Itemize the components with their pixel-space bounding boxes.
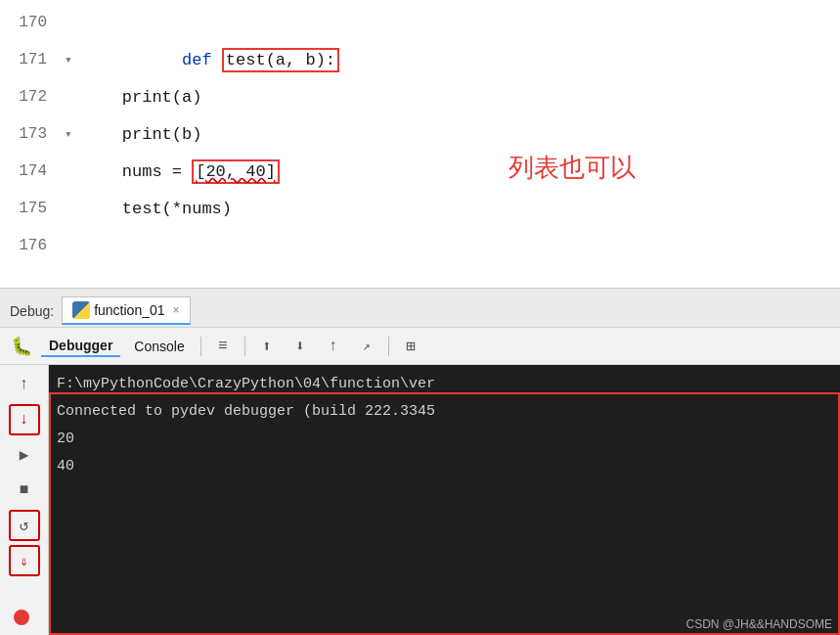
tab-name: function_01 xyxy=(94,302,164,318)
debug-tab-function01[interactable]: function_01 × xyxy=(62,296,190,325)
code-line-171: 171 ▾ def test(a, b): xyxy=(0,41,840,78)
tab-debugger[interactable]: Debugger xyxy=(41,336,120,357)
line-number: 175 xyxy=(0,200,59,217)
code-line-176: 176 xyxy=(0,227,840,264)
code-line-172: 172 print(a) xyxy=(0,78,840,115)
separator xyxy=(244,337,245,356)
hamburger-icon[interactable]: ≡ xyxy=(209,333,237,360)
debug-toolbar: 🐛 Debugger Console ≡ ⬆ ⬇ ↑ ↗ ⊞ xyxy=(0,328,840,365)
console-output: F:\myPythonCode\CrazyPython\04\function\… xyxy=(49,365,840,635)
step-out-icon[interactable]: ↑ xyxy=(320,333,347,360)
line-number: 170 xyxy=(0,14,59,31)
resume-icon[interactable]: ↑ xyxy=(9,369,40,400)
console-line-value-40: 40 xyxy=(57,453,832,480)
tab-console[interactable]: Console xyxy=(126,337,192,356)
debug-sidebar: ↑ ↓ ▶ ■ ↺ ⇓ xyxy=(0,365,49,635)
separator xyxy=(388,337,389,356)
python-icon xyxy=(72,301,90,319)
debug-body: ↑ ↓ ▶ ■ ↺ ⇓ F:\myPythonCode\CrazyPython\… xyxy=(0,365,840,635)
bug-icon[interactable]: 🐛 xyxy=(8,333,35,360)
console-line-value-20: 20 xyxy=(57,426,832,453)
force-step-icon[interactable]: ⇓ xyxy=(9,545,40,576)
console-line-connected: Connected to pydev debugger (build 222.3… xyxy=(57,398,832,426)
debug-label: Debug: xyxy=(10,303,54,319)
attribution: CSDN @JH&&HANDSOME xyxy=(685,617,832,631)
run-to-cursor-icon[interactable]: ↗ xyxy=(353,333,380,360)
code-editor: 170 171 ▾ def test(a, b): 172 print(a) xyxy=(0,0,840,289)
red-dot-indicator xyxy=(14,610,29,625)
debug-panel: Debug: function_01 × 🐛 Debugger Console … xyxy=(0,289,840,635)
separator xyxy=(200,337,201,356)
step-over-icon[interactable]: ⬆ xyxy=(253,333,281,360)
stop-icon[interactable]: ■ xyxy=(9,475,40,506)
code-line-173: 173 ▾ print(b) xyxy=(0,115,840,153)
line-number: 173 xyxy=(0,125,59,143)
step-into-icon[interactable]: ⬇ xyxy=(287,333,314,360)
keyword-def: def xyxy=(182,51,222,69)
tab-close-button[interactable]: × xyxy=(173,303,180,317)
line-number: 172 xyxy=(0,88,59,106)
code-line-175: 175 test(*nums) xyxy=(0,190,840,227)
line-number: 176 xyxy=(0,237,59,254)
debug-tab-bar: Debug: function_01 × xyxy=(0,289,840,328)
play-icon[interactable]: ▶ xyxy=(9,439,40,471)
line-number: 171 xyxy=(0,51,59,68)
code-line-174: 174 nums = [20, 40] 列表也可以 xyxy=(0,153,840,190)
annotation-list: 列表也可以 xyxy=(508,151,781,185)
line-number: 174 xyxy=(0,162,59,180)
function-name: test(a, b): xyxy=(222,51,339,69)
rerun-icon[interactable]: ↺ xyxy=(9,510,40,541)
step-down-icon[interactable]: ↓ xyxy=(9,404,40,435)
console-line-path: F:\myPythonCode\CrazyPython\04\function\… xyxy=(57,371,832,398)
grid-icon[interactable]: ⊞ xyxy=(397,333,424,360)
